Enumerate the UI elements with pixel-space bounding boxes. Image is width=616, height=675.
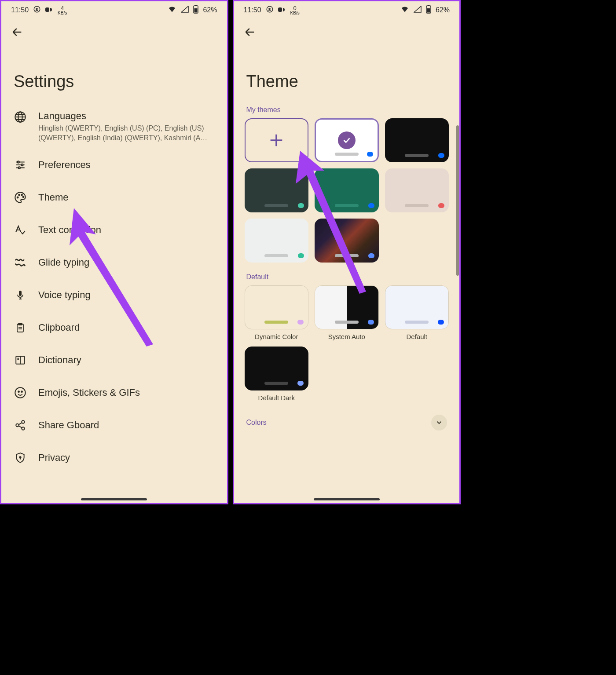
svg-point-13 [23, 197, 24, 198]
page-title: Theme [234, 48, 460, 104]
svg-point-21 [22, 420, 25, 423]
svg-point-12 [21, 194, 22, 196]
palette-icon [14, 191, 27, 204]
expand-colors-button[interactable] [431, 415, 447, 431]
default-card-label: Dynamic Color [245, 333, 309, 340]
theme-card[interactable] [245, 219, 309, 263]
svg-point-23 [22, 427, 25, 431]
setting-label: Languages [38, 110, 215, 122]
svg-rect-14 [19, 291, 22, 296]
setting-label: Text correction [38, 224, 101, 236]
theme-card[interactable] [385, 168, 449, 212]
theme-card[interactable] [385, 118, 449, 162]
svg-point-18 [15, 388, 25, 398]
status-pill-icon [278, 6, 286, 14]
setting-clipboard[interactable]: Clipboard [1, 311, 227, 344]
setting-label: Privacy [38, 452, 70, 463]
shield-icon [14, 451, 27, 464]
wifi-icon [400, 6, 409, 15]
svg-point-8 [21, 164, 23, 166]
svg-rect-1 [45, 7, 49, 12]
add-theme-card[interactable] [245, 118, 309, 162]
clipboard-icon [14, 321, 27, 334]
default-card-system-auto[interactable] [315, 285, 379, 329]
status-pill-icon [45, 6, 53, 14]
battery-percent: 62% [436, 6, 450, 14]
spellcheck-icon [14, 223, 27, 237]
setting-label: Dictionary [38, 354, 81, 366]
chevron-down-icon [435, 419, 443, 427]
globe-icon [14, 110, 27, 124]
setting-label: Share Gboard [38, 420, 99, 431]
nav-handle[interactable] [314, 498, 380, 500]
nav-handle[interactable] [81, 498, 147, 500]
page-title: Settings [1, 48, 227, 104]
setting-theme[interactable]: Theme [1, 181, 227, 214]
svg-point-10 [17, 197, 18, 198]
mic-icon [14, 288, 27, 302]
setting-label: Clipboard [38, 322, 80, 333]
theme-card[interactable] [245, 168, 309, 212]
svg-rect-29 [428, 5, 429, 6]
setting-preferences[interactable]: Preferences [1, 149, 227, 181]
svg-rect-3 [194, 8, 198, 13]
status-time: 11:50 [11, 6, 29, 14]
default-grid: Dynamic Color System Auto Default Defa [234, 285, 460, 410]
default-card-dynamic[interactable] [245, 285, 309, 329]
setting-text-correction[interactable]: Text correction [1, 214, 227, 246]
my-themes-grid [234, 118, 460, 271]
status-bar: 11:50 4 KB/s 62% [1, 1, 227, 18]
setting-label: Voice typing [38, 289, 91, 301]
svg-point-0 [34, 6, 40, 12]
svg-point-7 [18, 161, 19, 163]
theme-card-image[interactable] [315, 219, 379, 263]
status-bar: 11:50 0 KB/s 62% [234, 1, 460, 18]
whatsapp-icon [266, 5, 274, 15]
emoji-icon [14, 386, 27, 399]
default-card-default[interactable] [385, 285, 449, 329]
book-icon [14, 354, 27, 367]
setting-emojis[interactable]: Emojis, Stickers & GIFs [1, 376, 227, 409]
setting-privacy[interactable]: Privacy [1, 441, 227, 474]
section-colors: Colors [246, 419, 267, 427]
default-card-default-dark[interactable] [245, 347, 309, 390]
back-button[interactable] [11, 32, 23, 40]
theme-card-selected[interactable] [315, 118, 379, 162]
share-icon [14, 419, 27, 432]
setting-label: Glide typing [38, 257, 89, 268]
default-card-label: System Auto [315, 333, 379, 340]
setting-glide-typing[interactable]: Glide typing [1, 246, 227, 279]
section-my-themes: My themes [234, 104, 460, 118]
default-card-label: Default [385, 333, 449, 340]
signal-icon [181, 6, 189, 15]
theme-card[interactable] [315, 168, 379, 212]
svg-point-22 [16, 424, 19, 427]
setting-dictionary[interactable]: Dictionary [1, 344, 227, 376]
whatsapp-icon [33, 5, 41, 15]
setting-label: Preferences [38, 159, 91, 171]
battery-icon [193, 5, 198, 15]
checkmark-icon [338, 131, 356, 149]
svg-point-24 [19, 456, 21, 458]
setting-languages[interactable]: Languages Hinglish (QWERTY), English (US… [1, 104, 227, 149]
svg-rect-16 [18, 323, 22, 325]
svg-point-19 [18, 391, 19, 392]
status-data-speed: 4 KB/s [58, 5, 67, 15]
svg-point-25 [267, 6, 273, 12]
theme-screen: 11:50 0 KB/s 62% Theme My themes [233, 0, 461, 504]
signal-icon [414, 6, 422, 15]
setting-label: Emojis, Stickers & GIFs [38, 387, 140, 398]
section-default: Default [234, 271, 460, 285]
sliders-icon [14, 158, 27, 171]
status-time: 11:50 [244, 6, 261, 14]
setting-label: Theme [38, 192, 68, 203]
back-button[interactable] [244, 32, 256, 40]
status-data-speed: 0 KB/s [290, 5, 300, 15]
battery-icon [426, 5, 431, 15]
setting-voice-typing[interactable]: Voice typing [1, 279, 227, 311]
svg-rect-26 [278, 7, 282, 12]
svg-point-20 [21, 391, 22, 392]
gesture-icon [14, 256, 27, 269]
scrollbar[interactable] [456, 125, 459, 276]
setting-share[interactable]: Share Gboard [1, 409, 227, 441]
